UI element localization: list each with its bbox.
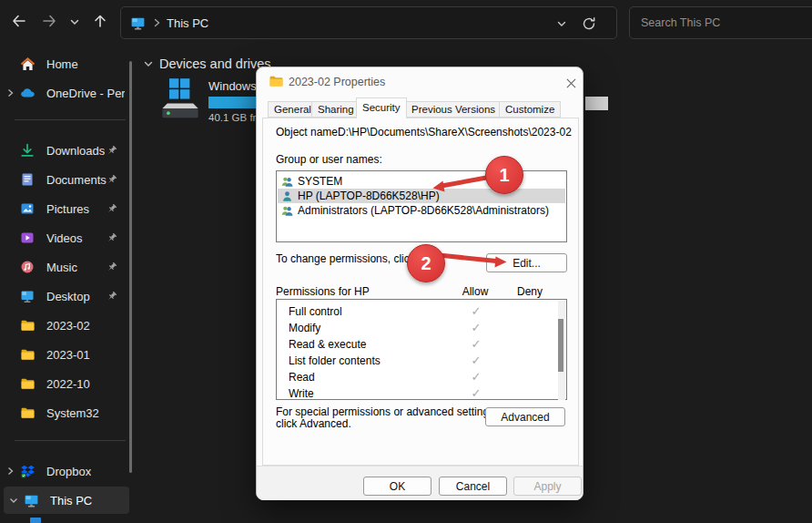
chevron-down-icon[interactable] bbox=[4, 496, 24, 505]
section-devices-and-drives[interactable]: Devices and drives bbox=[143, 56, 271, 71]
up-button[interactable] bbox=[88, 11, 112, 35]
advanced-button[interactable]: Advanced bbox=[485, 407, 565, 426]
folder-icon bbox=[20, 405, 38, 421]
back-button[interactable] bbox=[7, 11, 31, 35]
allow-checkmark[interactable]: ✓ bbox=[460, 354, 492, 367]
permission-row[interactable]: Full control ✓ bbox=[277, 303, 550, 319]
back-arrow-icon bbox=[11, 13, 27, 33]
desktop-icon bbox=[20, 289, 38, 304]
breadcrumb-chevron-icon bbox=[152, 18, 161, 27]
allow-checkmark[interactable]: ✓ bbox=[460, 370, 492, 384]
pin-icon bbox=[106, 261, 118, 273]
home-icon bbox=[20, 56, 38, 72]
permissions-list[interactable]: Full control ✓ Modify ✓ Read & execute ✓… bbox=[276, 299, 567, 400]
cancel-button[interactable]: Cancel bbox=[439, 477, 507, 496]
permission-row[interactable]: Write ✓ bbox=[277, 385, 550, 401]
sidebar-item-label: Downloads bbox=[46, 144, 105, 158]
user-group-icon bbox=[280, 176, 294, 188]
sidebar-item-label: Videos bbox=[46, 231, 83, 245]
folder-icon bbox=[20, 318, 38, 333]
step-1-badge: 1 bbox=[485, 156, 523, 194]
sidebar-item-system32[interactable]: System32 bbox=[0, 399, 133, 426]
group-user-list[interactable]: SYSTEM HP (LAPTOP-8D66K528\HP) Administr… bbox=[276, 170, 567, 242]
sidebar-item-music[interactable]: Music bbox=[0, 253, 133, 281]
sidebar-item-onedrive[interactable]: OneDrive - Personal bbox=[0, 79, 133, 107]
tab-previous-versions[interactable]: Previous Versions bbox=[405, 101, 502, 118]
downloads-icon bbox=[20, 143, 38, 159]
screen: This PC Home OneDrive - Personal bbox=[0, 0, 812, 523]
edit-button[interactable]: Edit... bbox=[486, 253, 567, 272]
permission-row[interactable]: Read & execute ✓ bbox=[277, 336, 550, 352]
apply-button-label: Apply bbox=[533, 480, 561, 493]
sidebar-item-dropbox[interactable]: Dropbox bbox=[0, 457, 133, 485]
chevron-down-icon[interactable] bbox=[143, 58, 154, 69]
chevron-right-icon[interactable] bbox=[0, 467, 20, 476]
refresh-icon[interactable] bbox=[582, 16, 596, 31]
permission-row[interactable]: List folder contents ✓ bbox=[277, 353, 550, 368]
properties-dialog: 2023-02 Properties General Sharing Secur… bbox=[256, 67, 584, 500]
tab-customize[interactable]: Customize bbox=[499, 101, 561, 118]
sidebar-item-label: 2022-10 bbox=[46, 377, 90, 391]
sidebar-item-label: OneDrive - Personal bbox=[46, 87, 125, 100]
user-row-hp[interactable]: HP (LAPTOP-8D66K528\HP) bbox=[278, 189, 565, 203]
sidebar-item-videos[interactable]: Videos bbox=[0, 224, 133, 251]
step-number: 2 bbox=[421, 253, 431, 274]
pin-icon bbox=[106, 231, 118, 244]
ok-button[interactable]: OK bbox=[363, 477, 431, 496]
drive-usage-bar bbox=[208, 97, 257, 108]
tab-sharing[interactable]: Sharing bbox=[311, 101, 360, 118]
ok-button-label: OK bbox=[390, 480, 405, 493]
sidebar-item-2022-10[interactable]: 2022-10 bbox=[0, 370, 133, 397]
partial-sidebar-item-icon bbox=[30, 518, 41, 523]
tab-label: Customize bbox=[505, 104, 554, 115]
breadcrumb[interactable]: This PC bbox=[167, 16, 208, 30]
close-icon[interactable] bbox=[563, 75, 579, 91]
chevron-right-icon[interactable] bbox=[0, 88, 20, 97]
advanced-help-text-line2: click Advanced. bbox=[276, 417, 351, 430]
folder-icon bbox=[269, 74, 284, 92]
tab-label: Previous Versions bbox=[411, 104, 495, 115]
forward-arrow-icon bbox=[41, 13, 57, 33]
sidebar-item-downloads[interactable]: Downloads bbox=[0, 137, 133, 164]
scrollbar-thumb[interactable] bbox=[558, 319, 563, 372]
pin-icon bbox=[106, 290, 118, 303]
allow-checkmark[interactable]: ✓ bbox=[460, 386, 492, 400]
tab-label: General bbox=[274, 104, 311, 115]
permission-label: Write bbox=[277, 387, 314, 400]
pin-icon bbox=[106, 202, 118, 215]
search-input[interactable] bbox=[630, 7, 812, 38]
allow-checkmark[interactable]: ✓ bbox=[460, 304, 492, 318]
sidebar-scrollbar[interactable] bbox=[129, 61, 132, 473]
tab-label: Sharing bbox=[318, 104, 354, 115]
permission-label: List folder contents bbox=[277, 354, 381, 367]
permission-row[interactable]: Read ✓ bbox=[277, 369, 550, 385]
search-box[interactable] bbox=[629, 6, 812, 39]
permission-row[interactable]: Modify ✓ bbox=[277, 320, 550, 335]
allow-checkmark[interactable]: ✓ bbox=[460, 337, 492, 351]
object-name-label: Object name: bbox=[276, 126, 340, 138]
sidebar-item-documents[interactable]: Documents bbox=[0, 166, 133, 193]
tab-general[interactable]: General bbox=[268, 101, 318, 118]
sidebar-item-2023-01[interactable]: 2023-01 bbox=[0, 341, 133, 368]
permissions-scrollbar[interactable] bbox=[558, 301, 565, 400]
sidebar-item-desktop[interactable]: Desktop bbox=[0, 282, 133, 310]
address-dropdown-icon[interactable] bbox=[556, 18, 567, 29]
sidebar-item-this-pc[interactable]: This PC bbox=[4, 487, 129, 514]
sidebar-item-label: 2023-01 bbox=[46, 348, 90, 362]
sidebar-divider bbox=[15, 440, 126, 441]
advanced-help-text-line1: For special permissions or advanced sett… bbox=[276, 405, 497, 418]
user-name: SYSTEM bbox=[298, 175, 342, 188]
recent-locations-button[interactable] bbox=[63, 11, 86, 35]
allow-column-header: Allow bbox=[459, 285, 492, 298]
sidebar-item-home[interactable]: Home bbox=[0, 50, 133, 77]
user-row-administrators[interactable]: Administrators (LAPTOP-8D66K528\Administ… bbox=[278, 203, 565, 218]
onedrive-icon bbox=[20, 86, 38, 101]
sidebar-item-label: System32 bbox=[46, 406, 99, 420]
address-bar[interactable]: This PC bbox=[120, 6, 617, 39]
forward-button[interactable] bbox=[37, 11, 61, 35]
apply-button[interactable]: Apply bbox=[513, 477, 582, 496]
tab-security[interactable]: Security bbox=[356, 97, 407, 118]
sidebar-item-2023-02[interactable]: 2023-02 bbox=[0, 312, 133, 339]
sidebar-item-pictures[interactable]: Pictures bbox=[0, 195, 133, 222]
allow-checkmark[interactable]: ✓ bbox=[460, 321, 492, 334]
